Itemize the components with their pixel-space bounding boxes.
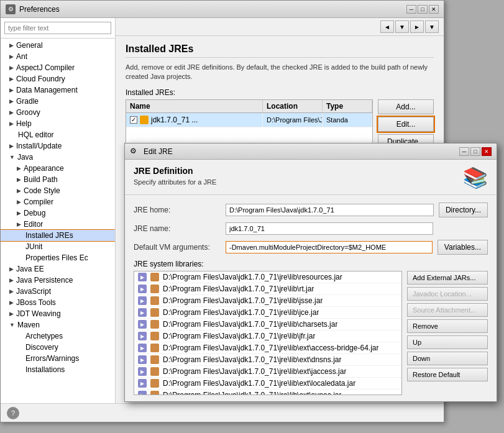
help-icon[interactable]: ?: [7, 407, 19, 419]
directory-button[interactable]: Directory...: [439, 203, 488, 217]
dropdown-button[interactable]: ▼: [395, 21, 409, 33]
syslib-item[interactable]: ▶D:\Program Files\Java\jdk1.7.0_71\jre\l…: [134, 283, 401, 295]
up-button[interactable]: Up: [407, 335, 488, 349]
syslib-path: D:\Program Files\Java\jdk1.7.0_71\jre\li…: [163, 367, 346, 376]
jre-icon: [140, 116, 149, 124]
sidebar-item-label: Data Management: [16, 86, 78, 94]
add-button[interactable]: Add...: [378, 99, 434, 114]
dialog-maximize-button[interactable]: □: [470, 147, 480, 156]
sidebar-item-help[interactable]: ▶ Help: [1, 118, 115, 129]
sidebar-item-hqleditor[interactable]: HQL editor: [1, 129, 115, 140]
edit-jre-title: Edit JRE: [144, 147, 173, 156]
sidebar-item-ant[interactable]: ▶ Ant: [1, 51, 115, 62]
sidebar-item-aspectj[interactable]: ▶ AspectJ Compiler: [1, 62, 115, 73]
sidebar-item-label: Code Style: [24, 186, 60, 195]
sidebar-item-label: General: [16, 41, 43, 50]
add-external-jars-button[interactable]: Add External JARs...: [407, 271, 488, 285]
sidebar-item-datamgmt[interactable]: ▶ Data Management: [1, 84, 115, 96]
sidebar-item-label: JDT Weaving: [16, 309, 61, 318]
syslib-path: D:\Program Files\Java\jdk1.7.0_71\jre\li…: [163, 332, 315, 340]
sidebar-item-appearance[interactable]: ▶ Appearance: [1, 163, 115, 174]
syslib-item[interactable]: ▶D:\Program Files\Java\jdk1.7.0_71\jre\l…: [134, 295, 401, 307]
source-attachment-button[interactable]: Source Attachment...: [407, 303, 488, 317]
syslib-path: D:\Program Files\Java\jdk1.7.0_71\jre\li…: [163, 344, 378, 352]
sidebar-item-editor[interactable]: ▶ Editor: [1, 219, 115, 230]
preferences-toolbar: ◄ ▼ ► ▼: [116, 18, 444, 36]
sidebar-item-propfilesec[interactable]: Properties Files Ec: [1, 252, 115, 263]
expand-arrow-appearance: ▶: [17, 165, 21, 171]
sidebar-item-javaee[interactable]: ▶ Java EE: [1, 263, 115, 275]
syslib-path: D:\Program Files\Java\jdk1.7.0_71\jre\li…: [163, 296, 323, 305]
dialog-close-button[interactable]: ✕: [482, 147, 492, 156]
jar-file-icon: [150, 355, 159, 364]
sidebar-item-label: Installed JREs: [25, 231, 73, 240]
sidebar-item-errorswarnings[interactable]: Errors/Warnings: [1, 353, 115, 364]
close-button[interactable]: ✕: [429, 5, 439, 14]
syslib-item[interactable]: ▶D:\Program Files\Java\jdk1.7.0_71\jre\l…: [134, 390, 401, 395]
minimize-button[interactable]: ─: [406, 5, 416, 14]
sidebar-item-groovy[interactable]: ▶ Groovy: [1, 107, 115, 118]
sidebar-item-junit[interactable]: JUnit: [1, 241, 115, 252]
sidebar-item-installedjres[interactable]: Installed JREs: [1, 230, 115, 241]
edit-button[interactable]: Edit...: [378, 117, 434, 132]
sidebar-item-label: Debug: [24, 209, 45, 217]
back-button[interactable]: ◄: [380, 21, 394, 33]
syslib-item[interactable]: ▶D:\Program Files\Java\jdk1.7.0_71\jre\l…: [134, 330, 401, 342]
sidebar-item-maven[interactable]: ▼ Maven: [1, 319, 115, 330]
jar-file-icon: [150, 367, 159, 376]
expand-arrow-codestyle: ▶: [17, 188, 21, 194]
sidebar-item-label: Groovy: [16, 108, 40, 117]
syslib-item[interactable]: ▶D:\Program Files\Java\jdk1.7.0_71\jre\l…: [134, 378, 401, 390]
expand-arrow-groovy: ▶: [9, 109, 14, 116]
sidebar-item-gradle[interactable]: ▶ Gradle: [1, 96, 115, 107]
jre-checkbox[interactable]: ✓: [130, 116, 137, 124]
sidebar-item-codestyle[interactable]: ▶ Code Style: [1, 185, 115, 196]
sidebar-item-javapersistence[interactable]: ▶ Java Persistence: [1, 275, 115, 286]
expand-arrow-gradle: ▶: [9, 98, 14, 104]
sidebar-item-javascript[interactable]: ▶ JavaScript: [1, 286, 115, 297]
forward-button[interactable]: ►: [410, 21, 424, 33]
syslibs-label: JRE system libraries:: [125, 257, 497, 271]
sidebar-item-debug[interactable]: ▶ Debug: [1, 207, 115, 219]
edit-jre-icon: ⚙: [130, 147, 140, 157]
sidebar-item-compiler[interactable]: ▶ Compiler: [1, 196, 115, 207]
syslib-item[interactable]: ▶D:\Program Files\Java\jdk1.7.0_71\jre\l…: [134, 342, 401, 354]
syslib-item[interactable]: ▶D:\Program Files\Java\jdk1.7.0_71\jre\l…: [134, 319, 401, 330]
sidebar-item-label: Cloud Foundry: [16, 75, 65, 83]
forward-dropdown-button[interactable]: ▼: [425, 21, 439, 33]
sidebar-item-installupdate[interactable]: ▶ Install/Update: [1, 140, 115, 152]
table-row[interactable]: ✓ jdk1.7.0_71 ... D:\Program Files\Java\…: [126, 113, 372, 127]
remove-button[interactable]: Remove: [407, 319, 488, 333]
sidebar-item-java[interactable]: ▼ Java: [1, 152, 115, 163]
variables-button[interactable]: Variables...: [438, 240, 488, 255]
sidebar-item-general[interactable]: ▶ General: [1, 40, 115, 51]
syslib-item[interactable]: ▶D:\Program Files\Java\jdk1.7.0_71\jre\l…: [134, 307, 401, 319]
javadoc-location-button[interactable]: Javadoc Location...: [407, 287, 488, 301]
maximize-button[interactable]: □: [418, 5, 428, 14]
syslib-item[interactable]: ▶D:\Program Files\Java\jdk1.7.0_71\jre\l…: [134, 354, 401, 366]
sidebar-item-cloudfoundry[interactable]: ▶ Cloud Foundry: [1, 73, 115, 84]
jre-table-header: Name Location Type: [126, 100, 372, 113]
dialog-minimize-button[interactable]: ─: [459, 147, 469, 156]
sidebar-item-jbosstools[interactable]: ▶ JBoss Tools: [1, 297, 115, 308]
search-input[interactable]: [4, 22, 111, 34]
expand-arrow-jdtweaving: ▶: [9, 311, 14, 317]
table-cell-type: Standa: [323, 113, 372, 127]
sidebar-item-jdtweaving[interactable]: ▶ JDT Weaving: [1, 308, 115, 319]
sidebar-item-discovery[interactable]: Discovery: [1, 342, 115, 353]
default-vm-label: Default VM arguments:: [134, 243, 221, 252]
syslibs-list[interactable]: ▶D:\Program Files\Java\jdk1.7.0_71\jre\l…: [134, 271, 402, 395]
preferences-bottom-bar: ?: [1, 403, 444, 422]
jre-home-input[interactable]: [226, 204, 434, 216]
sidebar-item-label: Compiler: [24, 198, 53, 206]
jre-name-input[interactable]: [226, 222, 433, 235]
down-button[interactable]: Down: [407, 352, 488, 365]
sidebar-item-label: JBoss Tools: [16, 298, 56, 307]
syslib-item[interactable]: ▶D:\Program Files\Java\jdk1.7.0_71\jre\l…: [134, 271, 401, 283]
restore-default-button[interactable]: Restore Default: [407, 368, 488, 381]
sidebar-item-buildpath[interactable]: ▶ Build Path: [1, 174, 115, 185]
default-vm-input[interactable]: [226, 241, 433, 253]
syslib-item[interactable]: ▶D:\Program Files\Java\jdk1.7.0_71\jre\l…: [134, 366, 401, 378]
sidebar-item-installations[interactable]: Installations: [1, 364, 115, 375]
sidebar-item-archetypes[interactable]: Archetypes: [1, 330, 115, 342]
